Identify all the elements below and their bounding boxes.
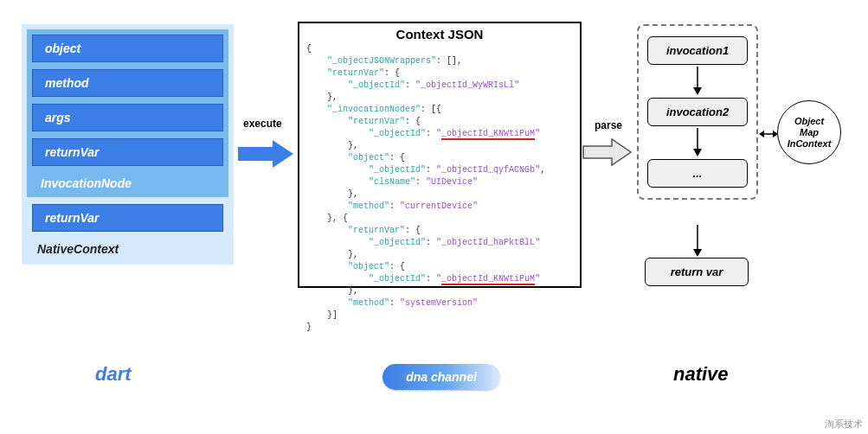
- arrow-parse-label: parse: [595, 119, 622, 131]
- native-node-2: invocation2: [647, 98, 748, 126]
- svg-marker-1: [583, 139, 631, 165]
- dart-native-context: object method args returnVar InvocationN…: [22, 24, 234, 265]
- context-json-title: Context JSON: [306, 27, 573, 41]
- dart-invocation-node: object method args returnVar InvocationN…: [27, 29, 228, 197]
- footer-dart-label: dart: [95, 363, 132, 386]
- dart-invocation-label: InvocationNode: [32, 173, 223, 195]
- native-return-var: return var: [645, 258, 749, 286]
- native-node-1: invocation1: [647, 36, 748, 65]
- dart-item-object: object: [32, 35, 223, 62]
- svg-marker-9: [759, 131, 764, 137]
- watermark: 淘系技术: [825, 418, 863, 431]
- dart-context-label: NativeContext: [27, 237, 228, 261]
- svg-marker-7: [693, 249, 702, 257]
- dart-item-method: method: [32, 69, 223, 97]
- svg-marker-3: [693, 87, 702, 95]
- arrow-right-outline-icon: [582, 137, 633, 168]
- arrow-down-icon: [647, 126, 748, 159]
- dart-outer-returnvar: returnVar: [32, 204, 223, 232]
- native-sequence: invocation1 invocation2 ...: [637, 24, 758, 200]
- arrow-right-icon: [238, 137, 295, 171]
- context-json-code: { "_objectJSONWrappers": [], "returnVar"…: [306, 43, 573, 334]
- svg-marker-5: [693, 149, 702, 156]
- arrow-down-icon: [647, 65, 748, 98]
- native-node-more: ...: [647, 159, 748, 188]
- svg-marker-0: [238, 140, 293, 168]
- arrow-bidirectional-icon: [759, 128, 778, 140]
- context-json-panel: Context JSON { "_objectJSONWrappers": []…: [298, 22, 582, 288]
- footer-dna-channel: dna channel: [383, 364, 500, 390]
- arrow-execute-label: execute: [243, 118, 282, 130]
- arrow-parse: parse: [582, 137, 633, 168]
- dart-item-returnvar: returnVar: [32, 138, 223, 166]
- arrow-execute: execute: [238, 137, 295, 171]
- footer-native-label: native: [673, 363, 729, 386]
- arrow-down-icon: [691, 225, 704, 258]
- object-map-in-context: Object Map InContext: [777, 100, 841, 164]
- dart-item-args: args: [32, 104, 223, 131]
